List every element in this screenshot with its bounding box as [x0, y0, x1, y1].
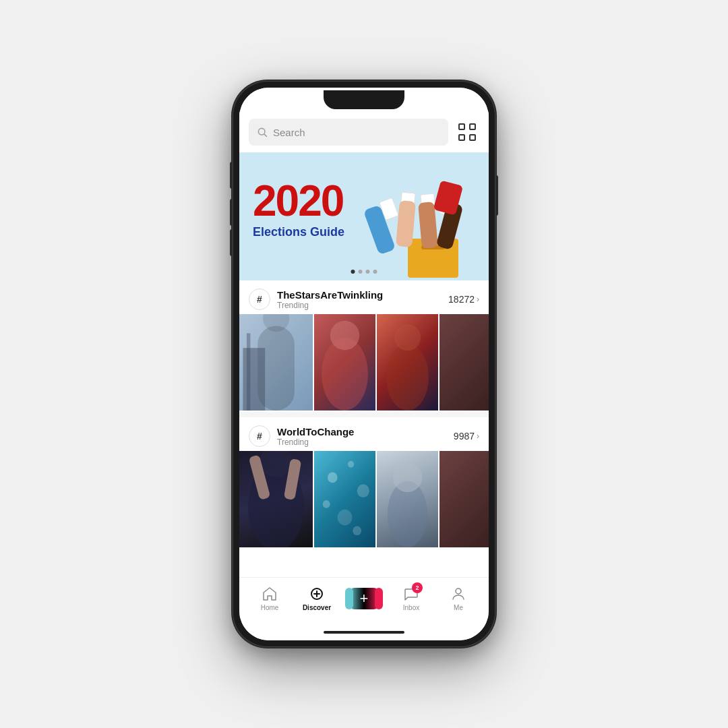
dot-4 [373, 270, 377, 274]
hashtag-badge-1: # [249, 289, 270, 310]
bottom-navigation: Home Discover + [239, 577, 489, 624]
grid-image-2-2 [314, 451, 375, 547]
grid-image-1-3 [377, 314, 438, 411]
plus-icon: + [360, 591, 369, 606]
chevron-right-icon-1: › [477, 295, 479, 304]
trending-section-2: # WorldToChange Trending 9987 › [239, 417, 489, 549]
search-bar-container: Search [239, 112, 489, 152]
trending-name-1: TheStarsAreTwinkling [277, 289, 442, 301]
trending-count-2: 9987 › [454, 431, 479, 442]
nav-create[interactable]: + [346, 588, 383, 609]
trending-name-2: WorldToChange [277, 426, 447, 437]
trending-label-2: Trending [277, 437, 447, 447]
svg-point-30 [348, 461, 354, 468]
nav-home[interactable]: Home [251, 586, 289, 611]
trending-header-2[interactable]: # WorldToChange Trending 9987 › [239, 417, 489, 451]
svg-rect-4 [459, 135, 464, 140]
trending-grid-1[interactable] [239, 314, 489, 412]
screen-content: Search 2020 Elections Guide [239, 112, 489, 577]
trending-header-1[interactable]: # TheStarsAreTwinkling Trending 18272 › [239, 280, 489, 314]
discover-icon [309, 586, 325, 602]
hashtag-badge-2: # [249, 425, 270, 447]
nav-discover[interactable]: Discover [299, 586, 336, 611]
svg-point-31 [357, 484, 369, 497]
dot-3 [366, 270, 370, 274]
dot-2 [359, 270, 363, 274]
search-placeholder-text: Search [273, 127, 305, 138]
svg-point-29 [328, 473, 338, 483]
home-indicator [239, 624, 489, 640]
elections-banner[interactable]: 2020 Elections Guide [239, 152, 489, 280]
svg-point-40 [456, 588, 461, 594]
banner-text: 2020 Elections Guide [253, 179, 344, 239]
svg-rect-19 [243, 348, 265, 411]
svg-point-22 [330, 321, 359, 350]
grid-image-2-4 [439, 451, 489, 547]
trending-count-1: 18272 › [448, 294, 479, 305]
trending-info-1: TheStarsAreTwinkling Trending [277, 289, 442, 310]
grid-image-2-1 [239, 451, 313, 547]
nav-inbox-label: Inbox [403, 604, 419, 611]
me-icon [450, 586, 466, 602]
banner-year: 2020 [253, 179, 344, 222]
trending-label-1: Trending [277, 301, 442, 310]
svg-rect-3 [470, 124, 475, 129]
nav-discover-label: Discover [303, 604, 331, 611]
trending-section-1: # TheStarsAreTwinkling Trending 18272 › [239, 280, 489, 412]
inbox-icon-wrapper: 2 [403, 586, 419, 602]
scan-button[interactable] [455, 120, 479, 144]
svg-point-32 [323, 500, 330, 508]
home-icon [262, 586, 278, 602]
svg-rect-5 [470, 135, 475, 140]
trending-info-2: WorldToChange Trending [277, 426, 447, 447]
create-button[interactable]: + [349, 588, 379, 609]
svg-point-23 [386, 344, 429, 411]
banner-subtitle: Elections Guide [253, 225, 344, 239]
inbox-badge: 2 [412, 582, 423, 593]
nav-me[interactable]: Me [440, 586, 477, 611]
chevron-right-icon-2: › [477, 431, 479, 441]
search-bar[interactable]: Search [249, 119, 448, 146]
notch [324, 90, 404, 109]
svg-rect-20 [247, 333, 250, 411]
svg-point-33 [338, 510, 353, 526]
nav-home-label: Home [261, 604, 279, 611]
grid-image-1-4 [439, 314, 489, 411]
hands-illustration [347, 152, 489, 280]
svg-point-36 [393, 463, 422, 492]
section-separator [239, 412, 489, 417]
svg-line-1 [264, 134, 267, 137]
home-bar [324, 631, 404, 634]
bottom-spacer [239, 549, 489, 577]
grid-image-2-3 [377, 451, 438, 547]
grid-image-1-2 [314, 314, 375, 411]
grid-image-1-1 [239, 314, 313, 411]
svg-rect-2 [459, 124, 464, 129]
phone-screen: Search 2020 Elections Guide [239, 88, 489, 640]
search-icon [257, 127, 268, 138]
notch-area [239, 88, 489, 112]
phone-frame: Search 2020 Elections Guide [233, 81, 495, 647]
scan-icon-svg [458, 123, 476, 141]
banner-dots [351, 270, 377, 274]
svg-point-24 [394, 324, 421, 351]
nav-inbox[interactable]: 2 Inbox [393, 586, 430, 611]
trending-grid-2[interactable] [239, 451, 489, 549]
svg-point-34 [353, 526, 362, 535]
dot-1 [351, 270, 355, 274]
nav-me-label: Me [454, 604, 463, 611]
